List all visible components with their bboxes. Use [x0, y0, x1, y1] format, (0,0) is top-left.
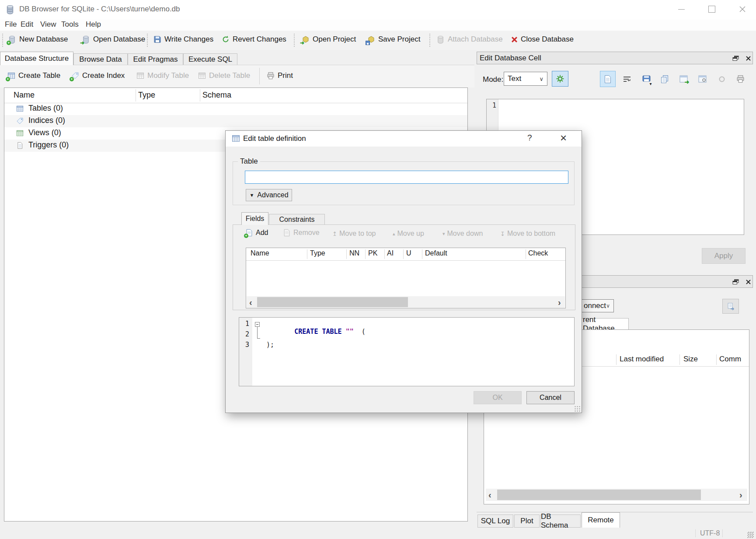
open-in-window-button[interactable]: ➜: [676, 71, 691, 87]
cancel-button[interactable]: Cancel: [526, 391, 575, 404]
toolbar-separator: [294, 34, 295, 47]
scroll-left-icon[interactable]: ‹: [488, 490, 491, 499]
column-name[interactable]: Name: [251, 249, 269, 257]
attach-database-button[interactable]: Attach Database: [436, 35, 503, 44]
tab-execute-sql[interactable]: Execute SQL: [183, 53, 237, 65]
tab-fields[interactable]: Fields: [241, 212, 268, 225]
column-size[interactable]: Size: [683, 355, 698, 364]
column-u[interactable]: U: [406, 249, 411, 257]
scroll-right-icon[interactable]: ›: [558, 298, 561, 307]
print-button[interactable]: Print: [267, 71, 293, 80]
maximize-button[interactable]: [702, 3, 721, 16]
move-to-bottom-button[interactable]: ↧ Move to bottom: [500, 230, 555, 238]
minimize-button[interactable]: [672, 3, 691, 16]
close-database-button[interactable]: Close Database: [511, 35, 574, 44]
tab-database-structure[interactable]: Database Structure: [0, 52, 73, 65]
tab-current-database[interactable]: rent Database: [577, 318, 629, 330]
clone-database-button[interactable]: [722, 299, 739, 314]
external-app-button[interactable]: [694, 71, 710, 87]
tab-browse-data[interactable]: Browse Data: [73, 53, 128, 65]
tree-column-type[interactable]: Type: [138, 91, 155, 100]
mode-select[interactable]: Text ∨: [504, 72, 547, 86]
dialog-resize-grip[interactable]: [574, 406, 580, 412]
move-top-icon: ↥: [332, 231, 337, 237]
scroll-left-icon[interactable]: ‹: [249, 298, 252, 307]
modify-table-button[interactable]: Modify Table: [136, 71, 189, 80]
close-database-icon: [511, 36, 518, 43]
word-wrap-button[interactable]: [619, 71, 635, 87]
tab-db-schema[interactable]: DB Schema: [540, 514, 581, 528]
open-project-button[interactable]: ➜ Open Project: [302, 35, 356, 44]
float-panel-icon[interactable]: [732, 56, 739, 61]
tree-column-name[interactable]: Name: [14, 91, 35, 100]
app-window: DB Browser for SQLite - C:\Users\turne\d…: [0, 0, 756, 539]
delete-table-button[interactable]: Delete Table: [198, 71, 250, 80]
tab-sql-log[interactable]: SQL Log: [477, 514, 513, 528]
create-index-button[interactable]: + Create Index: [71, 71, 125, 80]
menu-edit[interactable]: Edit: [21, 20, 33, 29]
window-resize-grip[interactable]: [748, 531, 754, 537]
code-fold-icon[interactable]: [255, 322, 260, 327]
import-data-button[interactable]: ▾: [638, 71, 654, 87]
menu-view[interactable]: View: [40, 20, 56, 29]
sql-line-3: );: [266, 341, 274, 349]
table-name-input[interactable]: [245, 171, 568, 184]
tree-row-tables[interactable]: Tables (0): [4, 103, 467, 115]
table-group-label: Table: [238, 157, 260, 166]
tab-edit-pragmas[interactable]: Edit Pragmas: [128, 53, 183, 65]
new-database-button[interactable]: + New Database: [8, 35, 68, 44]
print-cell-button[interactable]: [732, 71, 748, 87]
window-link-icon: [698, 75, 707, 83]
set-null-button[interactable]: [714, 71, 730, 87]
auto-format-button[interactable]: [552, 71, 568, 87]
table-definition-icon: [232, 134, 240, 143]
move-to-top-button[interactable]: ↥ Move to top: [332, 230, 376, 238]
column-last-modified[interactable]: Last modified: [620, 355, 664, 364]
close-button[interactable]: [733, 3, 752, 16]
line-number: 3: [245, 341, 249, 349]
tree-column-schema[interactable]: Schema: [202, 91, 231, 100]
revert-changes-button[interactable]: Revert Changes: [222, 35, 286, 44]
close-panel-icon[interactable]: [746, 56, 751, 61]
dialog-close-button[interactable]: ×: [560, 131, 567, 145]
scroll-right-icon[interactable]: ›: [739, 490, 742, 499]
scrollbar-thumb[interactable]: [497, 490, 701, 500]
fields-hscrollbar[interactable]: ‹ ›: [247, 296, 565, 308]
tab-remote[interactable]: Remote: [582, 512, 620, 528]
export-data-button[interactable]: [657, 71, 672, 87]
open-database-button[interactable]: ➜ Open Database: [82, 35, 145, 44]
menu-file[interactable]: File: [5, 20, 17, 29]
menu-help[interactable]: Help: [86, 20, 101, 29]
tab-plot[interactable]: Plot: [514, 514, 540, 528]
scrollbar-thumb[interactable]: [257, 297, 408, 307]
write-changes-button[interactable]: Write Changes: [153, 35, 213, 44]
save-project-button[interactable]: Save Project: [367, 35, 420, 44]
encoding-indicator[interactable]: UTF-8: [700, 529, 720, 537]
column-ai[interactable]: AI: [387, 249, 394, 257]
advanced-toggle-button[interactable]: ▼ Advanced: [246, 189, 292, 201]
column-default[interactable]: Default: [425, 249, 447, 257]
ok-button[interactable]: OK: [474, 391, 522, 404]
tree-row-indices[interactable]: Indices (0): [4, 115, 467, 127]
add-field-button[interactable]: + Add: [246, 229, 268, 237]
column-pk[interactable]: PK: [368, 249, 377, 257]
column-type[interactable]: Type: [310, 249, 325, 257]
dialog-help-button[interactable]: ?: [527, 133, 532, 143]
close-panel-icon[interactable]: [746, 279, 751, 285]
move-down-button[interactable]: ▾ Move down: [442, 230, 483, 238]
apply-button[interactable]: Apply: [702, 248, 746, 264]
move-up-button[interactable]: ▴ Move up: [393, 230, 424, 238]
delete-table-icon: [198, 72, 206, 80]
column-nn[interactable]: NN: [349, 249, 359, 257]
float-panel-icon[interactable]: [732, 279, 739, 285]
move-up-icon: ▴: [393, 231, 395, 237]
remove-field-button[interactable]: Remove: [283, 229, 320, 237]
column-check[interactable]: Check: [528, 249, 548, 257]
tab-constraints[interactable]: Constraints: [269, 214, 325, 225]
mode-label: Mode:: [483, 75, 503, 84]
remote-hscrollbar[interactable]: ‹ ›: [486, 489, 747, 501]
menu-tools[interactable]: Tools: [61, 20, 79, 29]
create-table-button[interactable]: + Create Table: [7, 71, 60, 80]
column-commit[interactable]: Comm: [719, 355, 741, 364]
text-view-button[interactable]: [600, 71, 616, 87]
